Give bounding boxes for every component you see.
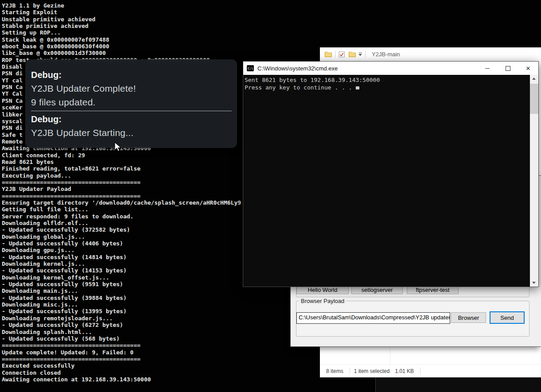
- cmd-output: Sent 8621 bytes to 192.168.39.143:50000P…: [243, 75, 530, 287]
- console-log-line: Server responded: 9 files to download.: [2, 213, 241, 220]
- toast-entry: Debug:Y2JB Updater Starting...: [31, 111, 232, 140]
- console-log-line: Unstable primitive achieved: [2, 16, 241, 23]
- toast-entry-line: Y2JB Updater Complete!: [31, 82, 232, 95]
- console-log-line: Executing payload...: [2, 172, 241, 179]
- toast-entry-line: Y2JB Updater Starting...: [31, 126, 232, 140]
- mouse-cursor-icon: [114, 142, 123, 154]
- toast-entries: Debug:Y2JB Updater Complete!9 files upda…: [31, 68, 232, 140]
- console-log-line: Downloading kernel.js...: [2, 260, 241, 267]
- console-log-line: Setting up ROP...: [2, 29, 241, 36]
- close-icon: ✕: [526, 66, 531, 71]
- console-log-line: Downloading kernel_offset.js...: [2, 274, 241, 281]
- close-button[interactable]: ✕: [518, 62, 538, 75]
- console-log-line: Finished reading, total=8621 error=false: [2, 165, 241, 172]
- console-log-line: - Updated successfully (39884 bytes): [2, 295, 241, 301]
- console-log-line: Ensuring target directory '/download0/ca…: [2, 199, 241, 206]
- cmd-output-line: Press any key to continue . . .: [245, 84, 530, 92]
- console-log-line: - Updated successfully (568 bytes): [2, 335, 241, 342]
- console-log-line: Downloading remotejsloader.js...: [2, 315, 241, 322]
- maximize-icon: [506, 66, 510, 71]
- console-log-line: Update complete! Updated: 9, Failed: 0: [2, 349, 241, 356]
- list-column-divider: [390, 348, 390, 365]
- console-log-line: Downloading gpu.js...: [2, 247, 241, 253]
- log-console: --- Received request to /download/splash…: [375, 376, 541, 392]
- console-log-line: Downloading splash.html...: [2, 329, 241, 335]
- cmd-titlebar[interactable]: C:\ C:\Windows\system32\cmd.exe ✕: [243, 62, 538, 75]
- console-log-line: eboot_base @ 0x00000000630f4000: [2, 43, 241, 50]
- debug-toast: Debug:Y2JB Updater Complete!9 files upda…: [25, 59, 237, 148]
- console-log-line: ========================================: [2, 193, 241, 199]
- maximize-button[interactable]: [498, 62, 518, 75]
- console-log-line: Executed successfully: [2, 362, 241, 369]
- console-log-line: - Updated successfully (372582 bytes): [2, 226, 241, 233]
- browser-payload-label: Browser Payload: [299, 298, 346, 304]
- cmd-scrollbar[interactable]: [530, 75, 538, 287]
- svg-text:C:\: C:\: [248, 67, 253, 70]
- new-folder-icon[interactable]: [349, 51, 356, 57]
- text-cursor: [356, 86, 359, 89]
- cmd-window-title: C:\Windows\system32\cmd.exe: [257, 65, 338, 72]
- console-log-line: Getting full file list...: [2, 206, 241, 213]
- toast-entry-title: Debug:: [31, 113, 232, 126]
- separator: [365, 51, 366, 58]
- send-button[interactable]: Send: [490, 311, 525, 324]
- console-log-line: Downloading elfldr.elf...: [2, 220, 241, 226]
- cmd-window: C:\ C:\Windows\system32\cmd.exe ✕ Sent 8…: [243, 61, 539, 287]
- console-log-line: Awaiting connection at 192.168.39.143:50…: [2, 376, 241, 383]
- console-log-line: ========================================: [2, 356, 241, 362]
- console-log-line: Stack leak @ 0x00000007ef097488: [2, 36, 241, 43]
- console-log-line: ========================================: [2, 342, 241, 349]
- folder-icon: [325, 51, 332, 57]
- properties-check-icon[interactable]: [339, 51, 345, 58]
- console-log-line: Y2JB 1.1 by Gezine: [2, 2, 241, 9]
- console-log-line: Downloading misc.js...: [2, 301, 241, 308]
- console-log-line: Downloading global.js...: [2, 233, 241, 240]
- separator: [335, 51, 335, 58]
- console-log-line: Starting Exploit: [2, 9, 241, 16]
- console-log-line: Downloading main.js...: [2, 287, 241, 294]
- status-selection-size: 1.01 KB: [395, 368, 414, 374]
- payload-path-input[interactable]: C:\Users\BrutalSam\Downloads\Compressed\…: [296, 312, 450, 324]
- console-log-line: - Updated successfully (14153 bytes): [2, 267, 241, 274]
- console-log-line: - Updated successfully (9591 bytes): [2, 281, 241, 287]
- explorer-statusbar: 8 items 1 item selected 1.01 KB: [320, 364, 541, 377]
- browse-button[interactable]: Browser: [451, 312, 486, 323]
- console-log-line: - Updated successfully (14814 bytes): [2, 254, 241, 260]
- toast-entry: Debug:Y2JB Updater Complete!9 files upda…: [31, 68, 232, 109]
- explorer-window-title: Y2JB-main: [372, 51, 400, 58]
- scroll-up-icon[interactable]: [532, 78, 536, 80]
- status-selection: 1 item selected: [354, 368, 390, 374]
- qat-customize-dropdown-icon[interactable]: [358, 53, 362, 56]
- statusbar-separator: [420, 368, 420, 374]
- console-log-line: - Updated successfully (6272 bytes): [2, 322, 241, 328]
- console-log-line: ========================================: [2, 179, 241, 186]
- status-items-count: 8 items: [326, 368, 343, 374]
- console-log-line: Read 8621 bytes: [2, 159, 241, 165]
- explorer-titlebar[interactable]: Y2JB-main: [320, 47, 541, 61]
- scroll-down-icon[interactable]: [532, 282, 536, 284]
- console-log-line: Stable primitive achieved: [2, 23, 241, 29]
- minimize-icon: [485, 68, 490, 69]
- minimize-button[interactable]: [477, 62, 498, 75]
- console-log-line: Y2JB Updater Payload: [2, 186, 241, 192]
- toast-entry-line: 9 files updated.: [31, 95, 232, 109]
- scrollbar-thumb[interactable]: [530, 84, 538, 114]
- console-log-line: - Updated successfully (4406 bytes): [2, 240, 241, 247]
- console-log-line: Connection closed: [2, 369, 241, 376]
- toast-entry-title: Debug:: [31, 68, 232, 82]
- statusbar-separator: [350, 368, 350, 374]
- console-log-line: libc_base @ 0x00000001d3f30000: [2, 50, 241, 56]
- cmd-output-line: Sent 8621 bytes to 192.168.39.143:50000: [245, 77, 530, 84]
- cmd-icon: C:\: [247, 65, 254, 71]
- console-log-line: - Updated successfully (13995 bytes): [2, 308, 241, 314]
